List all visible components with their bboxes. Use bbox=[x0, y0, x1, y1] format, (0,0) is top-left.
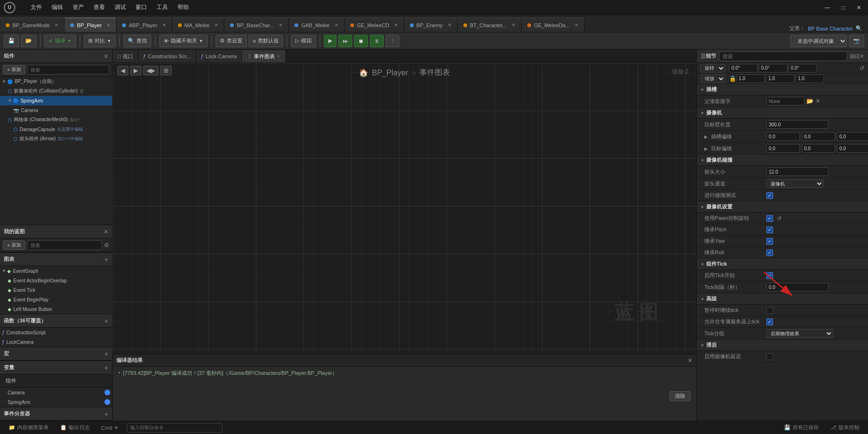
var-camera[interactable]: Camera bbox=[0, 388, 112, 397]
tab-close[interactable]: ✕ bbox=[575, 22, 578, 28]
tree-item-actor-begin-overlap[interactable]: ◆ Event ActorBeginOverlap bbox=[0, 276, 112, 285]
tab-ge-meleeda[interactable]: GE_MeleeDa... ✕ bbox=[522, 18, 585, 32]
target-offset-x-input[interactable] bbox=[766, 144, 800, 153]
menu-asset[interactable]: 资产 bbox=[69, 1, 88, 13]
minimize-button[interactable]: — bbox=[822, 3, 833, 12]
camera-settings-section-header[interactable]: 摄像机设置 bbox=[697, 201, 868, 213]
tree-item-spring-arm[interactable]: ▼ 🔵 SpringArm bbox=[0, 96, 112, 105]
parent-socket-select[interactable]: None bbox=[766, 97, 805, 105]
nav-forward-button[interactable]: ▶ bbox=[130, 66, 141, 75]
tree-item-lock-camera[interactable]: ƒ LockCamera bbox=[0, 337, 112, 347]
target-arm-length-input[interactable] bbox=[766, 120, 828, 129]
menu-view[interactable]: 查看 bbox=[90, 1, 109, 13]
browse-button[interactable]: 📂 bbox=[21, 35, 36, 47]
details-search-input[interactable] bbox=[719, 52, 847, 61]
use-pawn-control-checkbox[interactable]: ✓ bbox=[766, 215, 773, 222]
tab-bt-character[interactable]: BT_Character... ✕ bbox=[458, 18, 522, 32]
do-collision-test-checkbox[interactable]: ✓ bbox=[766, 192, 773, 199]
probe-channel-select[interactable]: 摄像机 bbox=[766, 179, 824, 188]
compile-button[interactable]: ✔ 编译 ▼ bbox=[44, 35, 76, 47]
tab-close[interactable]: ✕ bbox=[214, 22, 218, 28]
search-icon[interactable]: 🔍 bbox=[856, 25, 862, 31]
tree-item-event-tick[interactable]: ◆ Event Tick bbox=[0, 285, 112, 295]
save-all-button[interactable]: 💾 所有已保存 bbox=[781, 423, 822, 432]
tab-gab-melee[interactable]: GAB_Melee ✕ bbox=[289, 18, 344, 32]
more-play-options[interactable]: ⋮ bbox=[386, 35, 399, 47]
scale-z-input[interactable] bbox=[795, 74, 824, 83]
simulate-button[interactable]: ▷ 模拟 bbox=[291, 35, 316, 47]
tab-lock-camera[interactable]: ƒ Lock Camera bbox=[196, 50, 242, 62]
camera-section-header[interactable]: 摄像机 bbox=[697, 107, 868, 119]
camera-button[interactable]: 📷 bbox=[849, 35, 864, 47]
details-close-button[interactable]: ✕ bbox=[859, 53, 864, 60]
target-offset-z-input[interactable] bbox=[837, 144, 868, 153]
tick-group-select[interactable]: 后期物理效果 bbox=[766, 329, 833, 338]
tab-close[interactable]: ✕ bbox=[512, 22, 515, 28]
tree-item-mesh[interactable]: ⬡ 网格体 (CharacterMesh0) 在C+ bbox=[0, 115, 112, 124]
find-button[interactable]: 🔍 查找 bbox=[124, 35, 151, 47]
add-macro-button[interactable]: + bbox=[105, 350, 108, 358]
settings-icon[interactable]: ⚙ bbox=[104, 242, 109, 248]
debug-target-select[interactable]: 未选中调试对象 bbox=[790, 35, 847, 47]
menu-help[interactable]: 帮助 bbox=[174, 1, 193, 13]
tree-item-arrow[interactable]: ⬡ 箭头组件 (Arrow) 在C++中编辑 bbox=[0, 134, 112, 144]
tree-item-camera[interactable]: 📷 Camera bbox=[0, 105, 112, 115]
tree-item-bp-player-self[interactable]: ▼ 🔵 BP_Player（自我） bbox=[0, 77, 112, 86]
tree-item-left-mouse-button[interactable]: ◆ Left Mouse Button bbox=[0, 304, 112, 314]
tree-item-damage-capsule[interactable]: ⬡ DamageCapsule 在蓝图中编辑 bbox=[0, 124, 112, 134]
tree-item-construction-script[interactable]: ƒ ConstructionScript bbox=[0, 328, 112, 337]
clear-socket-button[interactable]: ✕ bbox=[816, 98, 820, 104]
var-spring-arm[interactable]: SpringArm bbox=[0, 397, 112, 407]
tab-close[interactable]: ✕ bbox=[279, 22, 282, 28]
add-component-button[interactable]: + 添加 bbox=[3, 65, 25, 74]
cmd-select[interactable]: Cmd ▼ bbox=[98, 424, 121, 432]
tab-bp-gamemode[interactable]: BP_GameMode ✕ bbox=[0, 18, 64, 32]
inherit-yaw-checkbox[interactable]: ✓ bbox=[766, 238, 773, 245]
filter-icon[interactable]: ⊟ bbox=[855, 53, 859, 60]
scale-y-input[interactable] bbox=[766, 74, 795, 83]
console-input[interactable] bbox=[127, 423, 222, 433]
add-function-button[interactable]: + bbox=[105, 317, 108, 325]
lock-icon[interactable]: 🔒 bbox=[729, 75, 736, 82]
tab-bp-enemy[interactable]: BP_Enemy ✕ bbox=[404, 18, 458, 32]
source-control-button[interactable]: ⎇ 版本控制 bbox=[827, 423, 862, 432]
tab-abp-player[interactable]: ABP_Player ✕ bbox=[116, 18, 172, 32]
advanced-section-header[interactable]: 高级 bbox=[697, 293, 868, 305]
close-button[interactable]: ✕ bbox=[854, 3, 864, 12]
menu-edit[interactable]: 编辑 bbox=[48, 1, 67, 13]
nav-grid-button[interactable]: ⊞ bbox=[160, 66, 172, 75]
maximize-button[interactable]: □ bbox=[839, 3, 848, 12]
menu-debug[interactable]: 调试 bbox=[111, 1, 130, 13]
camera-collision-section-header[interactable]: 摄像机碰撞 bbox=[697, 155, 868, 166]
diff-button[interactable]: ⊞ 对比 ▼ bbox=[84, 35, 115, 47]
tree-item-event-begin-play[interactable]: ◆ Event BeginPlay bbox=[0, 295, 112, 304]
step-button[interactable]: ⏭ bbox=[338, 35, 352, 47]
my-blueprints-search-input[interactable] bbox=[27, 240, 102, 250]
tab-close[interactable]: ✕ bbox=[394, 22, 398, 28]
tab-close[interactable]: ✕ bbox=[162, 22, 166, 28]
stop-button[interactable]: ⏹ bbox=[354, 35, 368, 47]
scale-type-select[interactable]: 缩放 bbox=[701, 74, 725, 83]
content-browser-button[interactable]: 📁 内容侧滑菜单 bbox=[6, 423, 52, 432]
socket-offset-y-input[interactable] bbox=[802, 132, 835, 141]
compiler-close-button[interactable]: ✕ bbox=[688, 357, 692, 364]
components-search-input[interactable] bbox=[27, 65, 109, 74]
tab-bp-player[interactable]: BP_Player ✕ bbox=[64, 18, 116, 32]
tree-item-event-graph[interactable]: ▼ ◆ EventGraph bbox=[0, 266, 112, 276]
blueprint-canvas[interactable]: ◀ ▶ ◀▶ ⊞ 🏠 BP_Player > 事件图表 缩放-2 蓝 图 bbox=[113, 63, 696, 354]
nav-back-button[interactable]: ◀ bbox=[117, 66, 128, 75]
add-dispatcher-button[interactable]: + bbox=[105, 410, 108, 418]
tab-close[interactable]: ✕ bbox=[277, 54, 281, 59]
class-settings-button[interactable]: ⚙ 类设置 bbox=[216, 35, 247, 47]
allow-dedicated-checkbox[interactable]: ✓ bbox=[766, 319, 773, 325]
save-button[interactable]: 💾 bbox=[4, 35, 19, 47]
tab-construction-script[interactable]: ƒ Construction Scr... bbox=[138, 50, 196, 62]
probe-size-input[interactable] bbox=[766, 167, 828, 176]
start-with-tick-checkbox[interactable]: ✓ bbox=[766, 272, 773, 279]
hide-unrelated-button[interactable]: 👁 隐藏不相关 ▼ bbox=[159, 35, 208, 47]
tab-ge-meleecd[interactable]: GE_MeleeCD ✕ bbox=[345, 18, 404, 32]
socket-offset-z-input[interactable] bbox=[837, 132, 868, 141]
tab-viewport[interactable]: □ 视口 bbox=[113, 50, 138, 62]
tick-interval-input[interactable] bbox=[766, 283, 828, 291]
tab-close[interactable]: ✕ bbox=[448, 22, 451, 28]
